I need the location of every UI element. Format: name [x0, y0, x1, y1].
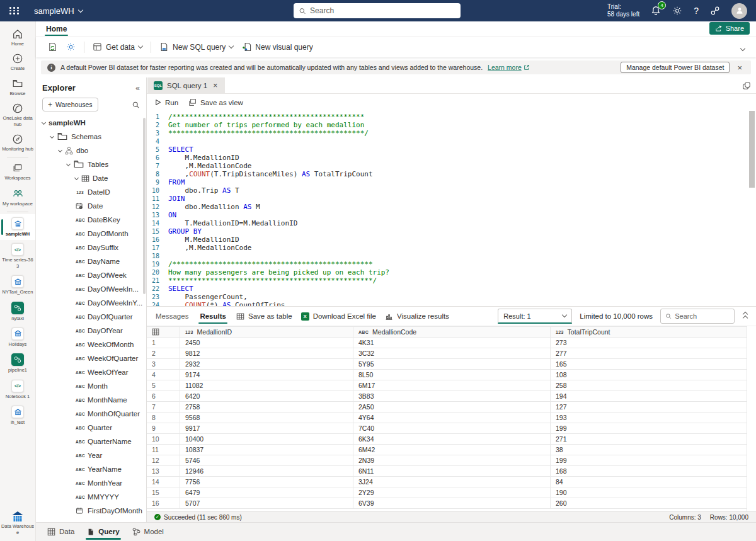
new-sql-query-button[interactable]: SQL New SQL query [155, 39, 238, 55]
table-row[interactable]: 124504K31273 [147, 338, 747, 348]
save-as-table-button[interactable]: Save as table [236, 312, 292, 321]
column-header-medallioncode[interactable]: ABCMedallionCode [353, 327, 551, 337]
account-avatar[interactable] [731, 3, 747, 19]
tree-column-mmyyyy[interactable]: ABCMMYYYY [36, 490, 146, 504]
manage-default-dataset-button[interactable]: Manage default Power BI dataset [621, 62, 730, 73]
rail-item-browse[interactable]: Browse [0, 75, 35, 100]
collapse-ribbon-button[interactable] [736, 39, 750, 55]
table-row[interactable]: 11108376M4238 [147, 445, 747, 455]
rail-item-home[interactable]: Home [0, 25, 35, 50]
help-button[interactable]: ? [694, 6, 699, 16]
global-search-input[interactable] [310, 6, 455, 15]
tree-column-monthofquarter[interactable]: ABCMonthOfQuarter [36, 407, 146, 421]
tree-column-weekofmonth[interactable]: ABCWeekOfMonth [36, 338, 146, 351]
table-row[interactable]: 999177C40199 [147, 423, 747, 434]
tree-column-dayofmonth[interactable]: ABCDayOfMonth [36, 227, 146, 241]
tree-node-dbo[interactable]: dbo [36, 144, 146, 157]
sql-code-editor[interactable]: 1/**************************************… [147, 111, 756, 306]
tree-node-samplewh[interactable]: sampleWH [36, 116, 146, 130]
editor-scrollbar[interactable] [749, 111, 755, 188]
grid-corner-cell[interactable] [147, 327, 180, 337]
tree-column-dayofquarter[interactable]: ABCDayOfQuarter [36, 310, 146, 324]
expander-chevron-icon[interactable] [66, 161, 71, 166]
rail-item-lh-test[interactable]: lh_test [0, 402, 35, 428]
tree-column-dayname[interactable]: ABCDayName [36, 254, 146, 268]
tree-column-dayofyear[interactable]: ABCDayOfYear [36, 324, 146, 338]
rail-item-onelake-data-hub[interactable]: OneLake data hub [0, 100, 35, 130]
bottom-tab-data[interactable]: Data [42, 524, 79, 540]
share-button[interactable]: Share [709, 22, 750, 35]
settings-ribbon-button[interactable] [62, 39, 80, 55]
table-row[interactable]: 5110826M17258 [147, 380, 747, 391]
table-row[interactable]: 329325Y95165 [147, 359, 747, 370]
rail-item-pipeline1[interactable]: pipeline1 [0, 350, 35, 376]
tab-messages[interactable]: Messages [154, 309, 190, 324]
tree-column-year[interactable]: ABCYear [36, 448, 146, 462]
tree-column-month[interactable]: ABCMonth [36, 379, 146, 393]
column-header-totaltripcount[interactable]: 123TotalTripCount [551, 327, 747, 337]
tree-column-date[interactable]: Date [36, 199, 146, 213]
visualize-results-button[interactable]: Visualize results [385, 312, 449, 321]
bottom-tab-model[interactable]: Model [127, 524, 169, 540]
explorer-search-icon[interactable] [132, 101, 140, 109]
bottom-tab-query[interactable]: Query [82, 524, 124, 540]
rail-item-my-workspace[interactable]: My workspace [0, 185, 35, 210]
global-search[interactable] [294, 3, 461, 18]
table-row[interactable]: 727582A50127 [147, 402, 747, 413]
collapse-explorer-icon[interactable]: « [135, 84, 140, 93]
tree-column-dayofweekin-[interactable]: ABCDayOfWeekIn... [36, 282, 146, 296]
tree-column-dayofweekiny-[interactable]: ABCDayOfWeekInY... [36, 296, 146, 310]
copy-button[interactable] [742, 81, 751, 90]
tab-home[interactable]: Home [43, 23, 69, 36]
app-launcher-waffle-icon[interactable] [0, 0, 29, 21]
tree-column-firstdayofmonth[interactable]: FirstDayOfMonth [36, 504, 146, 518]
workspace-switcher[interactable]: sampleWH [34, 6, 83, 16]
tree-column-dateid[interactable]: 123DateID [36, 185, 146, 199]
rail-item-samplewh[interactable]: sampleWH [0, 214, 35, 240]
tree-node-schemas[interactable]: Schemas [36, 130, 146, 144]
explorer-scrollbar[interactable] [143, 118, 146, 294]
rail-item-notebook-1[interactable]: </>Notebook 1 [0, 377, 35, 402]
rail-item-holidays[interactable]: Holidays [0, 324, 35, 350]
notifications-button[interactable]: 4 [651, 6, 661, 16]
rail-item-create[interactable]: Create [0, 50, 35, 74]
tree-column-yearname[interactable]: ABCYearName [36, 462, 146, 476]
expander-chevron-icon[interactable] [50, 134, 54, 138]
collapse-results-button[interactable] [742, 311, 748, 321]
table-row[interactable]: 1477563J2484 [147, 477, 747, 487]
tree-column-quartername[interactable]: ABCQuarterName [36, 435, 146, 448]
refresh-button[interactable] [43, 39, 62, 55]
rail-item-monitoring-hub[interactable]: Monitoring hub [0, 130, 35, 155]
tree-column-monthname[interactable]: ABCMonthName [36, 393, 146, 407]
rail-item-time-series-363[interactable]: </>Time series-363 [0, 240, 35, 272]
table-row[interactable]: 1257462N39199 [147, 455, 747, 466]
rail-item-nytaxi[interactable]: nytaxi [0, 299, 35, 324]
tab-results[interactable]: Results [198, 309, 227, 324]
rail-item-data-warehouse[interactable]: Data Warehouse [0, 508, 35, 538]
tree-column-monthyear[interactable]: ABCMonthYear [36, 476, 146, 490]
tree-column-dayofweek[interactable]: ABCDayOfWeek [36, 268, 146, 282]
tree-column-weekofyear[interactable]: ABCWeekOfYear [36, 365, 146, 379]
save-as-view-button[interactable]: Save as view [188, 98, 243, 106]
table-row[interactable]: 1657076V39260 [147, 498, 747, 509]
table-row[interactable]: 664203B83194 [147, 391, 747, 402]
column-header-medallionid[interactable]: 123MedallionID [180, 327, 353, 337]
results-search[interactable] [660, 309, 735, 324]
rail-item-nytaxi-green[interactable]: NYTaxi_Green [0, 272, 35, 298]
expander-chevron-icon[interactable] [42, 120, 46, 124]
tree-column-weekofquarter[interactable]: ABCWeekOfQuarter [36, 351, 146, 365]
expander-chevron-icon[interactable] [58, 147, 62, 152]
table-row[interactable]: 13129466N11168 [147, 466, 747, 477]
add-warehouses-button[interactable]: + Warehouses [42, 98, 98, 111]
table-row[interactable]: 895684Y64193 [147, 413, 747, 423]
new-visual-query-button[interactable]: New visual query [238, 39, 317, 55]
tree-column-daysuffix[interactable]: ABCDaySuffix [36, 241, 146, 254]
tree-column-quarter[interactable]: ABCQuarter [36, 421, 146, 435]
learn-more-link[interactable]: Learn more [488, 64, 530, 71]
download-excel-button[interactable]: X Download Excel file [301, 312, 376, 321]
banner-close-icon[interactable]: × [735, 63, 745, 72]
results-search-input[interactable] [675, 312, 730, 320]
table-row[interactable]: 491748L50108 [147, 370, 747, 380]
get-data-button[interactable]: Get data [88, 39, 147, 55]
run-button[interactable]: Run [154, 99, 178, 106]
